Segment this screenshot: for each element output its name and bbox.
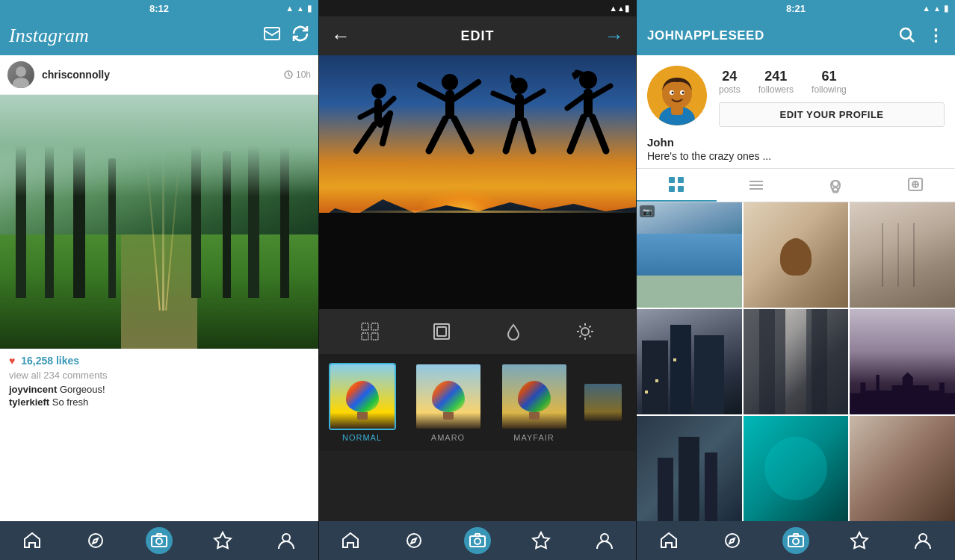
svg-line-31 [570, 117, 584, 151]
tab-list[interactable] [717, 169, 797, 202]
frame-tool-icon[interactable] [423, 313, 460, 350]
svg-point-6 [156, 538, 162, 544]
post-header: chrisconnolly 10h [0, 55, 318, 95]
nav-activity[interactable] [208, 526, 238, 556]
post-username[interactable]: chrisconnolly [42, 69, 284, 81]
comment-user-2[interactable]: tylerkieft [9, 396, 49, 408]
svg-rect-0 [265, 28, 279, 40]
edit-forward-button[interactable]: → [605, 25, 624, 48]
svg-point-1 [16, 66, 26, 77]
tab-location[interactable] [796, 169, 876, 202]
svg-line-46 [590, 326, 591, 328]
svg-point-15 [442, 74, 458, 90]
profile-battery-icon: ▮ [944, 3, 949, 13]
camera-badge: 📷 [640, 205, 655, 217]
grid-item-1[interactable]: 📷 [637, 202, 742, 308]
filter-mayfair[interactable]: MAYFAIR [491, 355, 577, 449]
brightness-tool-icon[interactable] [566, 313, 604, 350]
profile-info: 24 posts 241 followers 61 following EDIT… [637, 55, 955, 134]
posts-count: 24 [722, 69, 737, 84]
following-label: following [812, 84, 847, 95]
svg-point-4 [89, 534, 102, 547]
feed-status-time: 8:12 [149, 3, 169, 14]
comment-text-1: Gorgeous! [60, 384, 105, 395]
edit-nav-activity[interactable] [526, 526, 556, 556]
edit-back-button[interactable]: ← [331, 25, 350, 48]
feed-topbar: Instagram [0, 16, 318, 55]
drop-tool-icon[interactable] [495, 313, 532, 350]
edit-topbar: ← EDIT → [319, 16, 636, 55]
svg-point-76 [793, 538, 799, 544]
svg-line-53 [909, 37, 914, 42]
profile-nav-profile[interactable] [908, 526, 938, 556]
profile-stats-section: 24 posts 241 followers 61 following EDIT… [719, 66, 945, 127]
profile-topbar: JOHNAPPLESEED ⋮ [637, 16, 955, 55]
svg-line-47 [580, 336, 581, 337]
post-actions: ♥ 16,258 likes view all 234 comments joy… [0, 349, 318, 412]
tab-grid[interactable] [637, 169, 717, 202]
edit-profile-button[interactable]: EDIT YOUR PROFILE [719, 102, 945, 127]
heart-icon[interactable]: ♥ [9, 355, 15, 367]
signal-icon: ▲ [297, 4, 304, 13]
followers-label: followers [758, 84, 794, 95]
svg-rect-36 [371, 333, 378, 340]
svg-point-8 [371, 84, 386, 99]
edit-status-bar: ▲ ▲ ▮ [319, 0, 636, 16]
edit-nav-home[interactable] [336, 526, 365, 556]
refresh-icon[interactable] [291, 25, 309, 47]
svg-point-2 [13, 78, 29, 88]
filter-amaro[interactable]: AMARO [405, 355, 491, 449]
post-time: 10h [284, 69, 311, 80]
nav-profile[interactable] [271, 526, 301, 556]
inbox-icon[interactable] [263, 25, 281, 47]
feed-bottom-nav [0, 521, 318, 560]
profile-nav-explore[interactable] [717, 526, 747, 556]
profile-nav-home[interactable] [654, 526, 684, 556]
svg-line-45 [590, 336, 591, 337]
following-count: 61 [821, 69, 836, 84]
svg-rect-16 [445, 90, 454, 119]
grid-item-9[interactable] [850, 416, 955, 521]
svg-point-51 [601, 534, 608, 541]
profile-avatar [647, 66, 707, 125]
profile-more-icon[interactable]: ⋮ [927, 26, 945, 46]
adjust-tool-icon[interactable] [351, 313, 389, 350]
grid-item-5[interactable] [744, 309, 849, 414]
profile-stats: 24 posts 241 followers 61 following [719, 69, 945, 95]
filter-normal[interactable]: NORMAL [319, 355, 405, 449]
edit-nav-explore[interactable] [399, 526, 429, 556]
edit-image [319, 55, 637, 309]
svg-rect-34 [371, 323, 378, 330]
grid-item-7[interactable] [637, 416, 742, 521]
comment-row-1: joyvincent Gorgeous! [9, 384, 309, 395]
comment-user-1[interactable]: joyvincent [9, 384, 57, 395]
grid-item-6[interactable] [850, 309, 955, 414]
grid-item-3[interactable] [850, 202, 955, 308]
grid-item-4[interactable] [637, 309, 742, 414]
nav-home[interactable] [17, 526, 47, 556]
grid-item-8[interactable] [744, 416, 849, 521]
profile-status-bar: 8:21 ▲ ▲ ▮ [637, 0, 955, 16]
posts-label: posts [719, 84, 741, 95]
svg-line-17 [420, 85, 445, 99]
nav-camera[interactable] [144, 526, 174, 556]
svg-line-11 [382, 99, 394, 110]
filter-thumb-mayfair [501, 363, 568, 430]
tab-tagged[interactable] [876, 169, 956, 202]
filter-label-normal: NORMAL [342, 433, 382, 442]
edit-nav-camera[interactable] [463, 526, 492, 556]
edit-nav-profile[interactable] [590, 526, 619, 556]
profile-nav-activity[interactable] [844, 526, 874, 556]
svg-line-25 [506, 121, 515, 151]
profile-search-icon[interactable] [897, 25, 915, 46]
view-comments[interactable]: view all 234 comments [9, 370, 309, 381]
filter-label-amaro: AMARO [431, 433, 465, 442]
profile-nav-camera[interactable] [781, 526, 811, 556]
profile-panel: 8:21 ▲ ▲ ▮ JOHNAPPLESEED ⋮ [637, 0, 955, 560]
svg-point-60 [672, 92, 674, 94]
grid-item-2[interactable] [744, 202, 849, 308]
nav-explore[interactable] [81, 526, 111, 556]
svg-line-44 [580, 326, 581, 328]
svg-point-74 [726, 534, 739, 547]
filter-partial[interactable] [577, 375, 629, 430]
